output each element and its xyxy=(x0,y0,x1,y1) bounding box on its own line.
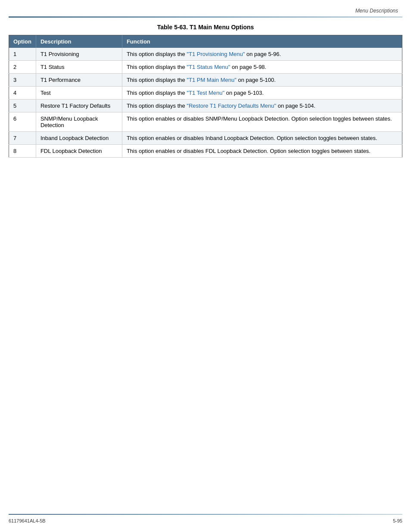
cell-option: 5 xyxy=(9,100,36,112)
table-header-row: Option Description Function xyxy=(9,35,402,48)
table-row: 5Restore T1 Factory DefaultsThis option … xyxy=(9,100,402,112)
function-link: "T1 Test Menu" xyxy=(187,90,224,96)
content-area: Table 5-63. T1 Main Menu Options Option … xyxy=(9,24,402,510)
function-link: "T1 PM Main Menu" xyxy=(187,77,236,83)
cell-description: FDL Loopback Detection xyxy=(36,145,122,158)
table-row: 3T1 PerformanceThis option displays the … xyxy=(9,74,402,87)
table-title: Table 5-63. T1 Main Menu Options xyxy=(9,24,402,31)
cell-function: This option displays the "T1 Status Menu… xyxy=(122,61,402,74)
cell-option: 2 xyxy=(9,61,36,74)
top-border xyxy=(9,16,402,18)
page-footer: 61179641AL4-5B 5-95 xyxy=(9,518,402,523)
cell-option: 3 xyxy=(9,74,36,87)
col-header-option: Option xyxy=(9,35,36,48)
cell-description: Test xyxy=(36,87,122,100)
col-header-description: Description xyxy=(36,35,122,48)
table-row: 1T1 ProvisioningThis option displays the… xyxy=(9,48,402,61)
header-text: Menu Descriptions xyxy=(355,8,398,14)
cell-function: This option displays the "T1 PM Main Men… xyxy=(122,74,402,87)
col-header-function: Function xyxy=(122,35,402,48)
cell-description: T1 Performance xyxy=(36,74,122,87)
cell-description: Restore T1 Factory Defaults xyxy=(36,100,122,112)
footer-doc-number: 61179641AL4-5B xyxy=(9,518,46,523)
cell-function: This option displays the "T1 Test Menu" … xyxy=(122,87,402,100)
table-row: 6SNMP/Menu Loopback DetectionThis option… xyxy=(9,112,402,132)
cell-option: 7 xyxy=(9,132,36,145)
cell-description: T1 Status xyxy=(36,61,122,74)
page-header: Menu Descriptions xyxy=(355,8,398,14)
function-link: "T1 Status Menu" xyxy=(187,64,230,70)
function-link: "T1 Provisioning Menu" xyxy=(187,51,245,57)
cell-option: 1 xyxy=(9,48,36,61)
cell-function: This option displays the "Restore T1 Fac… xyxy=(122,100,402,112)
cell-function: This option displays the "T1 Provisionin… xyxy=(122,48,402,61)
cell-function: This option enables or disables SNMP/Men… xyxy=(122,112,402,132)
cell-description: T1 Provisioning xyxy=(36,48,122,61)
table-row: 8FDL Loopback DetectionThis option enabl… xyxy=(9,145,402,158)
cell-option: 4 xyxy=(9,87,36,100)
footer-page-number: 5-95 xyxy=(393,518,402,523)
table-row: 7Inband Loopback DetectionThis option en… xyxy=(9,132,402,145)
cell-description: Inband Loopback Detection xyxy=(36,132,122,145)
cell-option: 8 xyxy=(9,145,36,158)
table-row: 2T1 StatusThis option displays the "T1 S… xyxy=(9,61,402,74)
cell-description: SNMP/Menu Loopback Detection xyxy=(36,112,122,132)
main-table: Option Description Function 1T1 Provisio… xyxy=(9,35,402,158)
cell-option: 6 xyxy=(9,112,36,132)
cell-function: This option enables or disables FDL Loop… xyxy=(122,145,402,158)
bottom-border xyxy=(9,514,402,515)
table-row: 4TestThis option displays the "T1 Test M… xyxy=(9,87,402,100)
function-link: "Restore T1 Factory Defaults Menu" xyxy=(187,103,276,109)
cell-function: This option enables or disables Inband L… xyxy=(122,132,402,145)
